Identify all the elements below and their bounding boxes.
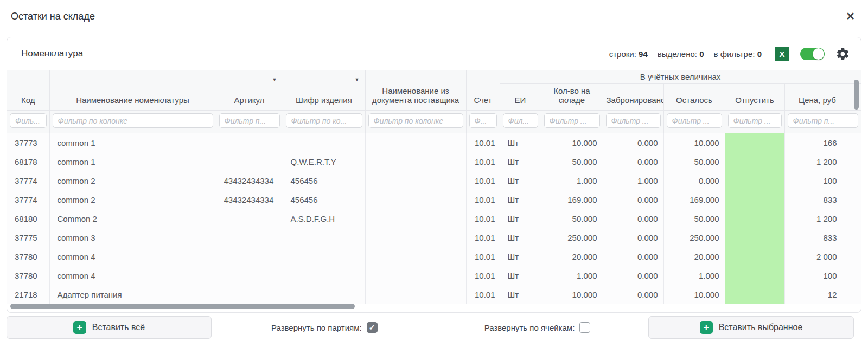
expand-cells-checkbox[interactable]: ✓ [579, 322, 590, 333]
filter-input-supplier_doc_name[interactable] [368, 113, 463, 128]
excel-export-icon[interactable]: X [775, 47, 789, 61]
plus-icon: + [700, 321, 713, 334]
cell-account: 10.01 [466, 209, 500, 228]
filter-input-qty_in_stock[interactable] [544, 113, 600, 128]
cell-remaining: 10.000 [663, 285, 725, 304]
horizontal-scrollbar[interactable] [10, 304, 355, 309]
cell-name: common 4 [49, 247, 216, 266]
cell-release[interactable] [725, 247, 784, 266]
cell-unit: Шт [500, 266, 541, 285]
cell-cipher [283, 228, 365, 247]
filter-cell-remaining [663, 111, 725, 133]
filter-input-price[interactable] [788, 113, 858, 128]
filter-input-release[interactable] [728, 113, 782, 128]
group-header-accounting-units: В учётных величинах [500, 70, 861, 84]
cell-price: 1 200 [784, 209, 861, 228]
cell-release[interactable] [725, 228, 784, 247]
expand-batches-label: Развернуть по партиям: [271, 323, 362, 332]
table-row[interactable]: 37774common 24343243433445645610.01Шт169… [7, 190, 861, 209]
table-row[interactable]: 37780common 410.01Шт1.0000.0001.000100 [7, 266, 861, 285]
column-header-cipher[interactable]: Шифр изделия▼ [283, 70, 365, 111]
cell-release[interactable] [725, 285, 784, 304]
filter-cell-qty_in_stock [541, 111, 603, 133]
expand-batches-checkbox[interactable]: ✓ [367, 322, 378, 333]
filter-input-account[interactable] [469, 113, 497, 128]
stock-modal: Остатки на складе ✕ Номенклатура строки:… [0, 0, 868, 347]
stat-selected: выделено: 0 [658, 49, 704, 59]
cell-supplier_doc_name [365, 171, 466, 190]
filter-input-article[interactable] [219, 113, 280, 128]
cell-article [216, 266, 283, 285]
cell-reserved: 1.000 [603, 171, 663, 190]
toggle-knob [813, 48, 824, 60]
cell-code: 68178 [7, 152, 49, 171]
filter-input-cipher[interactable] [286, 113, 362, 128]
filter-input-code[interactable] [10, 113, 47, 128]
cell-qty_in_stock: 1.000 [541, 266, 603, 285]
cell-cipher: A.S.D.F.G.H [283, 209, 365, 228]
cell-remaining: 169.000 [663, 190, 725, 209]
panel-controls: строки: 94 выделено: 0 в фильтре: 0 X [609, 47, 850, 61]
table-row[interactable]: 37780common 410.01Шт20.0000.00020.0002 0… [7, 247, 861, 266]
column-header-name: Наименование номенклатуры [49, 70, 216, 111]
cell-release[interactable] [725, 266, 784, 285]
insert-all-button[interactable]: + Вставить всё [7, 316, 212, 339]
gear-icon[interactable] [835, 47, 850, 61]
plus-icon: + [73, 321, 86, 334]
cell-remaining: 250.000 [663, 228, 725, 247]
cell-name: common 2 [49, 171, 216, 190]
cell-cipher [283, 133, 365, 152]
cell-article [216, 133, 283, 152]
table-row[interactable]: 37774common 24343243433445645610.01Шт1.0… [7, 171, 861, 190]
insert-selected-button[interactable]: + Вставить выбранное [648, 316, 854, 339]
cell-qty_in_stock: 20.000 [541, 247, 603, 266]
column-header-reserved: Забронировано [603, 84, 663, 111]
cell-account: 10.01 [466, 285, 500, 304]
cell-qty_in_stock: 169.000 [541, 190, 603, 209]
cell-article [216, 209, 283, 228]
cell-supplier_doc_name [365, 133, 466, 152]
filter-input-unit[interactable] [503, 113, 538, 128]
cell-unit: Шт [500, 209, 541, 228]
cell-release[interactable] [725, 171, 784, 190]
cell-unit: Шт [500, 190, 541, 209]
view-toggle[interactable] [800, 48, 825, 60]
cell-account: 10.01 [466, 247, 500, 266]
table-row[interactable]: 21718Адаптер питания10.01Шт10.0000.00010… [7, 285, 861, 304]
table-row[interactable]: 37775common 310.01Шт250.0000.000250.0008… [7, 228, 861, 247]
table-row[interactable]: 68180Common 2A.S.D.F.G.H10.01Шт50.0000.0… [7, 209, 861, 228]
cell-remaining: 0.000 [663, 171, 725, 190]
cell-name: common 4 [49, 266, 216, 285]
cell-account: 10.01 [466, 228, 500, 247]
cell-cipher [283, 285, 365, 304]
cell-code: 37775 [7, 228, 49, 247]
table-row[interactable]: 37773common 110.01Шт10.0000.00010.000166 [7, 133, 861, 152]
cell-release[interactable] [725, 133, 784, 152]
filter-cell-name [49, 111, 216, 133]
filter-input-reserved[interactable] [606, 113, 661, 128]
cell-account: 10.01 [466, 133, 500, 152]
column-header-article[interactable]: Артикул▼ [216, 70, 283, 111]
column-header-qty_in_stock: Кол-во на складе [541, 84, 603, 111]
check-icon: ✓ [369, 323, 375, 332]
cell-name: Common 2 [49, 209, 216, 228]
column-header-price: Цена, руб [784, 84, 861, 111]
expand-cells-group: Развернуть по ячейкам: ✓ [484, 322, 591, 333]
cell-supplier_doc_name [365, 247, 466, 266]
filter-input-name[interactable] [53, 113, 213, 128]
cell-release[interactable] [725, 209, 784, 228]
filter-input-remaining[interactable] [667, 113, 722, 128]
cell-release[interactable] [725, 152, 784, 171]
cell-article [216, 228, 283, 247]
filter-cell-supplier_doc_name [365, 111, 466, 133]
cell-code: 68180 [7, 209, 49, 228]
table-row[interactable]: 68178common 1Q.W.E.R.T.Y10.01Шт50.0000.0… [7, 152, 861, 171]
cell-reserved: 0.000 [603, 228, 663, 247]
cell-remaining: 10.000 [663, 133, 725, 152]
stock-table: КодНаименование номенклатурыАртикул▼Шифр… [7, 70, 861, 304]
close-icon[interactable]: ✕ [846, 9, 855, 24]
cell-price: 166 [784, 133, 861, 152]
vertical-scrollbar[interactable] [854, 80, 859, 110]
cell-release[interactable] [725, 190, 784, 209]
cell-remaining: 50.000 [663, 209, 725, 228]
